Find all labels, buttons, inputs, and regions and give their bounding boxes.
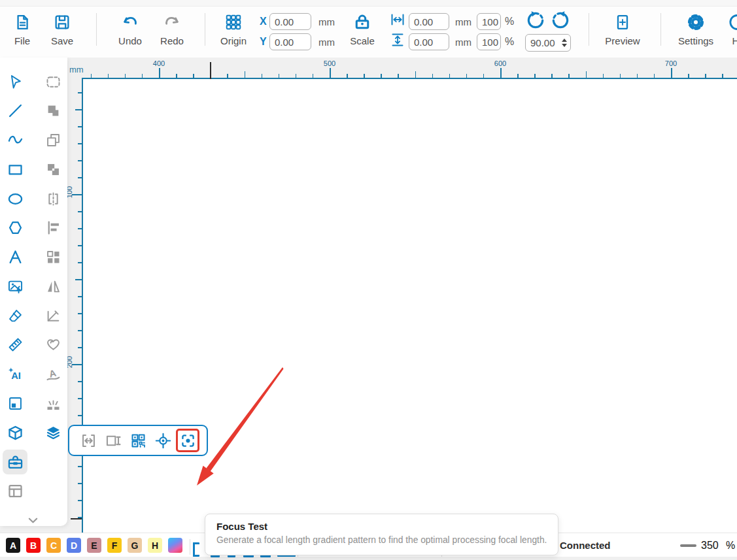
boolean-union-tool[interactable] [41,99,65,124]
polygon-tool[interactable] [3,216,27,240]
ruler-tick [500,68,502,79]
curve-tool[interactable] [3,128,27,153]
offset-tool[interactable] [41,333,65,357]
angle-measure-tool[interactable] [41,303,65,328]
ruler-label: 600 [491,59,509,67]
marquee-select-tool[interactable] [41,69,65,94]
align-tool[interactable] [41,216,65,240]
frame-tool[interactable] [3,391,27,416]
text-path-tool[interactable]: A [41,362,65,387]
palette-swatch-c[interactable]: C [46,538,61,553]
line-icon [7,102,24,120]
break-apart-icon [44,395,62,412]
height-percent-input[interactable]: 100 [477,33,501,50]
ruler-tick [78,500,83,501]
ruler-tick [142,74,143,79]
file-button[interactable]: File [8,11,37,46]
scale-lock-button[interactable]: Scale [345,11,380,46]
table-tool[interactable] [3,479,27,504]
mirror-split-tool[interactable] [41,186,65,211]
arrange-tool[interactable] [41,245,65,270]
ruler-tick [483,74,485,79]
rectangle-tool[interactable] [3,157,27,182]
toolbar-separator [589,13,589,46]
ruler-tick [517,74,519,79]
palette-swatch-e[interactable]: E [87,538,101,553]
zoom-level-unit: % [726,540,735,552]
width-percent-input[interactable]: 100 [477,13,501,30]
more-chevron-down-tool[interactable] [20,508,45,533]
file-label: File [14,35,30,46]
toolbox-tool[interactable] [3,450,27,474]
boolean-exclude-icon [44,161,62,178]
rotate-angle-input[interactable]: 90.00 [525,34,571,52]
line-tool[interactable] [3,99,27,124]
ruler-tick [296,74,297,79]
ruler-tick [78,245,83,246]
eraser-tool[interactable] [3,303,27,328]
height-percent-value: 100 [482,37,498,48]
flip-tool[interactable] [41,274,65,299]
width-percent-value: 100 [482,16,498,27]
mirror-split-icon [44,190,62,208]
palette-swatch-f[interactable]: F [107,538,122,553]
focus-test-button[interactable] [176,429,199,452]
palette-swatch-b[interactable]: B [26,538,41,553]
text-tool[interactable] [3,245,27,270]
origin-button[interactable]: Origin [216,11,251,46]
ruler-tick [279,74,280,79]
undo-button[interactable]: Undo [112,11,148,46]
palette-swatch-d[interactable]: D [67,538,81,553]
ruler-label: 700 [662,59,680,67]
layers-tool[interactable] [41,420,65,445]
select-icon [7,73,24,91]
hidden-icon-fragment[interactable] [193,542,199,557]
ruler-tool[interactable] [3,333,27,357]
spinner-up-icon[interactable] [562,39,567,42]
help-button[interactable]: H [723,11,737,46]
x-position-value: 0.00 [275,16,294,27]
settings-button[interactable]: Settings [673,11,719,46]
angle-spinner[interactable] [562,39,570,47]
qr-code-button[interactable] [126,429,150,452]
toolbar-separator [96,13,97,46]
break-apart-tool[interactable] [41,391,65,416]
width-input[interactable]: 0.00 [409,13,449,30]
eraser-icon [7,307,24,325]
rotate-cw-button[interactable] [550,10,571,33]
ai-tool[interactable]: AI [3,362,27,387]
preview-button[interactable]: Preview [600,11,645,46]
help-partial-icon [727,13,737,31]
design-canvas[interactable] [82,78,737,533]
y-field-label: Y [260,36,267,48]
rotate-ccw-button[interactable] [525,10,546,33]
ruler-tick [78,398,83,399]
palette-swatch-a[interactable]: A [6,538,20,553]
positioning-button[interactable] [151,429,175,452]
redo-label: Redo [160,35,184,46]
ruler-tick [78,262,83,263]
help-label: H [732,35,737,46]
save-button[interactable]: Save [47,11,77,46]
box-3d-tool[interactable] [3,420,27,445]
auto-fit-button[interactable] [77,429,100,452]
ruler-tick [432,74,434,79]
image-tool[interactable] [3,274,27,299]
ruler-vertical: 100200 [67,79,83,531]
height-input[interactable]: 0.00 [409,33,449,50]
ruler-tick [78,466,83,467]
select-tool[interactable] [3,69,27,94]
boolean-subtract-tool[interactable] [41,128,65,153]
multicolor-gradient-swatch[interactable] [168,538,182,553]
palette-swatch-g[interactable]: G [128,538,142,553]
y-position-input[interactable]: 0.00 [269,33,311,50]
ruler-tick [245,71,246,79]
spinner-down-icon[interactable] [562,44,567,47]
redo-button[interactable]: Redo [154,11,190,46]
boolean-exclude-tool[interactable] [41,157,65,182]
zoom-out-button[interactable] [680,544,696,547]
x-position-input[interactable]: 0.00 [269,13,311,30]
palette-swatch-h[interactable]: H [148,538,162,553]
ellipse-tool[interactable] [3,186,27,211]
measure-size-button[interactable] [101,429,125,452]
